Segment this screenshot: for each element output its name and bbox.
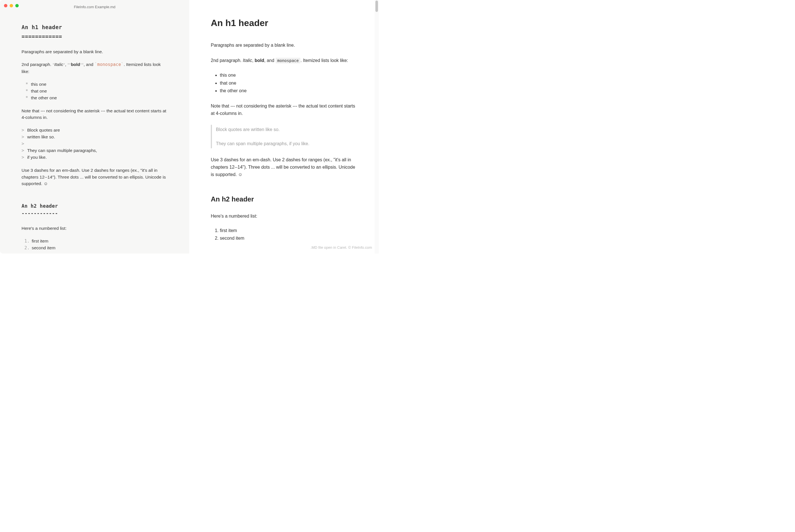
list-item: first item xyxy=(220,227,357,234)
quote-marker-icon: > xyxy=(21,134,24,140)
preview-bullet-list: this one that one the other one xyxy=(211,71,357,95)
quote-text: if you like. xyxy=(27,154,47,161)
preview-blockquote: Block quotes are written like so. They c… xyxy=(211,125,357,148)
text: , xyxy=(65,62,68,67)
preview-dashes: Use 3 dashes for an em-dash. Use 2 dashe… xyxy=(211,156,357,178)
code-text: monospace xyxy=(276,58,301,63)
quote-text: They can span multiple paragraphs, xyxy=(27,147,97,154)
list-item: *the other one xyxy=(25,95,168,101)
number-marker: 1. xyxy=(24,238,30,245)
quote-text: written like so. xyxy=(27,134,55,140)
bold-text: bold xyxy=(255,58,264,63)
scrollbar-track[interactable] xyxy=(375,0,379,253)
preview-para-1: Paragraphs are separated by a blank line… xyxy=(211,42,357,49)
list-item: 2.second item xyxy=(24,245,168,251)
text: 2nd paragraph. xyxy=(211,58,243,63)
list-item: second item xyxy=(220,234,357,242)
italic-text: Italic xyxy=(54,62,64,67)
quote-text: Block quotes are xyxy=(27,127,60,134)
src-h1-underline: ============ xyxy=(21,33,168,41)
text: , and xyxy=(84,62,95,67)
list-item-text: this one xyxy=(31,81,46,88)
minimize-icon[interactable] xyxy=(10,4,13,7)
src-para-2: 2nd paragraph. *Italic*, **bold**, and `… xyxy=(21,61,168,75)
src-para-1: Paragraphs are separated by a blank line… xyxy=(21,49,168,55)
quote-line: >written like so. xyxy=(21,134,168,140)
quote-marker-icon: > xyxy=(21,147,24,154)
preview-h2: An h2 header xyxy=(211,194,357,205)
src-note: Note that --- not considering the asteri… xyxy=(21,108,168,121)
list-item: *that one xyxy=(25,88,168,95)
quote-line: >They can span multiple paragraphs, xyxy=(21,147,168,154)
code-marker: ` xyxy=(121,62,124,67)
quote-line: >Block quotes are xyxy=(21,127,168,134)
preview-numbered-intro: Here's a numbered list: xyxy=(211,212,357,220)
list-item-text: first item xyxy=(32,238,49,245)
preview-numbered-list: first item second item xyxy=(211,227,357,242)
app-window: FileInfo.com Example.md An h1 header ===… xyxy=(0,0,379,253)
asterisk-icon: * xyxy=(25,81,28,88)
quote-line: > xyxy=(21,140,168,147)
footer-credit: .MD file open in Caret. © FileInfo.com xyxy=(310,245,372,250)
scrollbar-thumb[interactable] xyxy=(375,1,378,12)
window-title: FileInfo.com Example.md xyxy=(0,5,189,9)
list-item: this one xyxy=(220,71,357,79)
asterisk-icon: * xyxy=(25,88,28,95)
list-item-text: that one xyxy=(31,88,47,95)
quote-marker-icon: > xyxy=(21,154,24,161)
quote-paragraph: They can span multiple paragraphs, if yo… xyxy=(216,140,357,148)
asterisk-icon: * xyxy=(25,95,28,101)
list-item-text: the other one xyxy=(31,95,57,101)
bold-text: bold xyxy=(71,62,80,67)
code-text: monospace xyxy=(97,62,121,67)
list-item: that one xyxy=(220,79,357,87)
src-blockquote: >Block quotes are >written like so. > >T… xyxy=(21,127,168,161)
src-dashes: Use 3 dashes for an em-dash. Use 2 dashe… xyxy=(21,167,168,187)
preview-note: Note that --- not considering the asteri… xyxy=(211,102,357,117)
quote-marker-icon: > xyxy=(21,140,24,147)
src-h1: An h1 header xyxy=(21,23,168,32)
text: 2nd paragraph. xyxy=(21,62,52,67)
list-item-text: second item xyxy=(32,245,56,251)
src-numbered-intro: Here's a numbered list: xyxy=(21,225,168,231)
text: , and xyxy=(264,58,276,63)
text: , xyxy=(252,58,255,63)
preview-pane: An h1 header Paragraphs are separated by… xyxy=(189,0,379,253)
editor-content[interactable]: An h1 header ============ Paragraphs are… xyxy=(0,12,189,251)
src-bullet-list: *this one *that one *the other one xyxy=(21,81,168,101)
text: . Itemized lists look like: xyxy=(300,58,348,63)
bold-marker: ** xyxy=(80,62,84,67)
list-item: 1.first item xyxy=(24,238,168,245)
quote-line: >if you like. xyxy=(21,154,168,161)
bold-marker: ** xyxy=(68,62,71,67)
list-item: *this one xyxy=(25,81,168,88)
src-h2-underline: ------------ xyxy=(21,210,168,217)
preview-h1: An h1 header xyxy=(211,16,357,30)
italic-text: Italic xyxy=(243,58,252,63)
titlebar: FileInfo.com Example.md xyxy=(0,0,189,12)
src-h2: An h2 header xyxy=(21,203,168,210)
traffic-lights xyxy=(4,4,19,7)
preview-para-2: 2nd paragraph. Italic, bold, and monospa… xyxy=(211,57,357,64)
code-marker: ` xyxy=(95,62,97,67)
zoom-icon[interactable] xyxy=(15,4,19,7)
number-marker: 2. xyxy=(24,245,30,251)
list-item: the other one xyxy=(220,87,357,95)
source-pane: FileInfo.com Example.md An h1 header ===… xyxy=(0,0,189,253)
close-icon[interactable] xyxy=(4,4,7,7)
quote-marker-icon: > xyxy=(21,127,24,134)
quote-paragraph: Block quotes are written like so. xyxy=(216,126,357,133)
src-numbered-list: 1.first item 2.second item xyxy=(21,238,168,251)
